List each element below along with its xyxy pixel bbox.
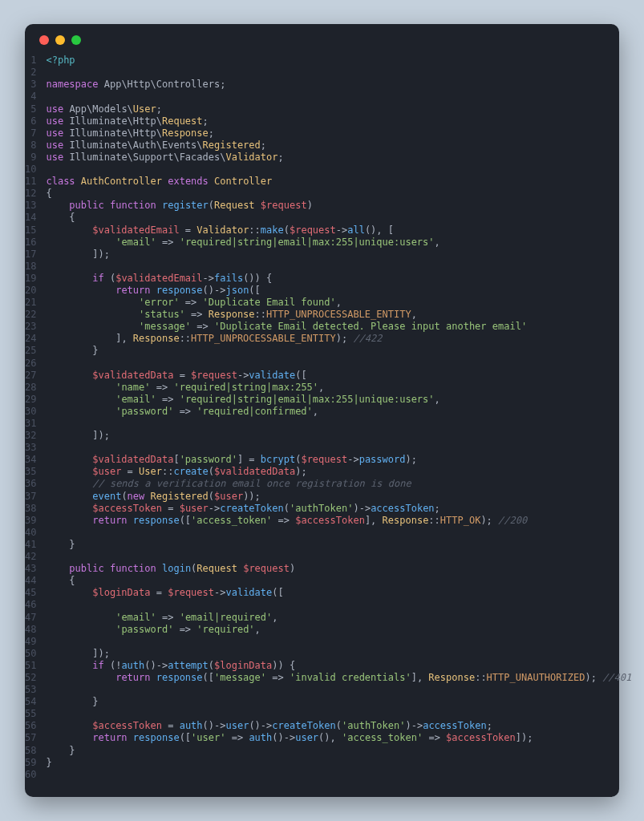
line-number: 38 [25, 503, 36, 515]
line-number: 11 [25, 176, 36, 188]
line-number: 23 [25, 321, 36, 333]
line-number: 17 [25, 249, 36, 261]
zoom-icon[interactable] [71, 35, 81, 45]
line-number: 20 [25, 285, 36, 297]
line-number: 43 [25, 563, 36, 575]
line-number: 10 [25, 164, 36, 176]
line-number: 42 [25, 551, 36, 563]
line-number: 37 [25, 491, 36, 503]
line-number: 45 [25, 587, 36, 599]
line-number: 4 [25, 91, 36, 103]
line-number: 33 [25, 442, 36, 454]
line-number: 19 [25, 273, 36, 285]
line-number: 34 [25, 454, 36, 466]
line-number: 48 [25, 624, 36, 636]
line-number: 52 [25, 672, 36, 684]
line-number: 54 [25, 696, 36, 708]
line-number: 29 [25, 394, 36, 406]
line-number: 56 [25, 720, 36, 732]
line-number: 14 [25, 212, 36, 224]
line-number: 58 [25, 745, 36, 757]
kw-use: use [46, 103, 63, 115]
line-number: 44 [25, 575, 36, 587]
close-icon[interactable] [39, 35, 49, 45]
line-number: 51 [25, 660, 36, 672]
line-number: 55 [25, 708, 36, 720]
line-number: 25 [25, 345, 36, 357]
line-number: 21 [25, 297, 36, 309]
line-number: 41 [25, 539, 36, 551]
line-number: 60 [25, 769, 36, 781]
line-number: 59 [25, 757, 36, 769]
line-number: 7 [25, 127, 36, 140]
line-number: 15 [25, 224, 36, 237]
line-number: 31 [25, 418, 36, 430]
line-number: 39 [25, 515, 36, 527]
line-number: 47 [25, 612, 36, 624]
kw-class: class [46, 176, 75, 187]
line-number: 35 [25, 466, 36, 478]
editor-window: 1234567891011121314151617181920212223242… [25, 24, 619, 797]
line-number: 8 [25, 140, 36, 152]
line-number: 32 [25, 430, 36, 442]
line-number: 5 [25, 103, 36, 115]
line-number: 16 [25, 237, 36, 249]
line-number-gutter: 1234567891011121314151617181920212223242… [25, 55, 46, 781]
line-number: 27 [25, 370, 36, 382]
line-number: 36 [25, 478, 36, 490]
line-number: 13 [25, 200, 36, 212]
line-number: 9 [25, 152, 36, 164]
line-number: 26 [25, 358, 36, 370]
fn-login: login [162, 563, 191, 574]
line-number: 40 [25, 527, 36, 539]
comment: // sends a verification email once regis… [92, 478, 411, 489]
line-number: 30 [25, 406, 36, 418]
line-number: 28 [25, 382, 36, 394]
line-number: 1 [25, 55, 36, 67]
line-number: 6 [25, 115, 36, 127]
fn-register: register [162, 200, 209, 211]
class-name: AuthController [81, 176, 162, 187]
line-number: 57 [25, 732, 36, 744]
line-number: 50 [25, 648, 36, 660]
line-number: 12 [25, 188, 36, 200]
line-number: 49 [25, 636, 36, 648]
line-number: 18 [25, 261, 36, 273]
line-number: 24 [25, 333, 36, 345]
line-number: 2 [25, 67, 36, 79]
source-code[interactable]: <?php namespace App\Http\Controllers; us… [46, 55, 631, 781]
minimize-icon[interactable] [55, 35, 65, 45]
namespace-path: App\Http\Controllers [104, 79, 221, 90]
line-number: 53 [25, 684, 36, 696]
line-number: 46 [25, 599, 36, 611]
window-titlebar [25, 35, 619, 55]
line-number: 3 [25, 79, 36, 91]
line-number: 22 [25, 309, 36, 321]
php-open-tag: <?php [46, 55, 75, 66]
kw-namespace: namespace [46, 79, 98, 90]
code-area: 1234567891011121314151617181920212223242… [25, 55, 619, 781]
